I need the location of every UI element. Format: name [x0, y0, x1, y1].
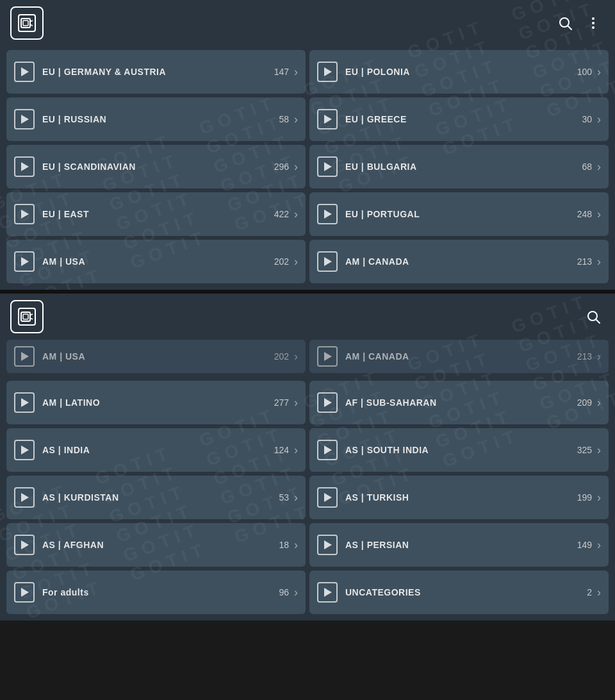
channel-name: EU | BULGARIA — [345, 162, 582, 172]
chevron-icon: › — [294, 160, 298, 174]
channel-item[interactable]: AS | TURKISH 199 › — [309, 476, 609, 519]
channel-name: AS | SOUTH INDIA — [345, 445, 577, 455]
channel-item[interactable]: AS | PERSIAN 149 › — [309, 523, 609, 567]
svg-rect-1 — [23, 21, 28, 26]
play-icon — [317, 582, 338, 603]
channel-item[interactable]: EU | EAST 422 › — [6, 192, 306, 236]
svg-rect-0 — [21, 19, 30, 28]
channel-item[interactable]: AF | SUB-SAHARAN 209 › — [309, 381, 609, 424]
play-icon — [317, 156, 338, 177]
channel-count: 124 — [274, 445, 289, 455]
search-button-2[interactable] — [582, 305, 605, 328]
chevron-icon: › — [597, 208, 601, 221]
play-icon — [317, 535, 338, 555]
channel-name: UNCATEGORIES — [345, 587, 587, 597]
logo-box — [10, 6, 44, 40]
chevron-icon: › — [294, 255, 298, 269]
logo-icon — [18, 14, 36, 32]
channel-name: EU | RUSSIAN — [42, 114, 279, 124]
channel-item[interactable]: EU | BULGARIA 68 › — [309, 145, 609, 188]
screen-2: AM | USA 202 › AM | CANADA 213 › AM | LA… — [0, 294, 615, 621]
channel-item[interactable]: EU | GREECE 30 › — [309, 97, 609, 141]
channel-name: AM | USA — [42, 256, 274, 267]
chevron-icon: › — [294, 586, 298, 599]
channel-name: AM | CANADA — [345, 351, 577, 362]
play-triangle — [324, 115, 332, 124]
play-triangle — [324, 352, 332, 361]
channel-name: AM | LATINO — [42, 397, 274, 408]
chevron-icon: › — [597, 444, 601, 457]
channel-count: 209 — [577, 397, 592, 408]
play-icon — [317, 109, 338, 129]
chevron-icon: › — [294, 444, 298, 457]
search-button-1[interactable] — [554, 12, 577, 35]
play-triangle — [21, 446, 29, 454]
channel-item[interactable]: AS | KURDISTAN 53 › — [6, 476, 306, 519]
play-icon — [14, 251, 35, 272]
play-triangle — [21, 588, 29, 597]
play-triangle — [324, 588, 332, 597]
channel-name: AF | SUB-SAHARAN — [345, 397, 577, 408]
chevron-icon: › — [597, 586, 601, 599]
play-icon — [14, 487, 35, 508]
channel-count: 213 — [577, 256, 592, 267]
play-triangle — [324, 210, 332, 219]
channel-name: AM | CANADA — [345, 256, 577, 267]
play-triangle — [21, 540, 29, 549]
channel-item[interactable]: EU | PORTUGAL 248 › — [309, 192, 609, 236]
play-icon — [317, 346, 338, 367]
play-triangle — [324, 446, 332, 454]
screen-1: EU | GERMANY & AUSTRIA 147 › EU | POLONI… — [0, 0, 615, 290]
channel-item[interactable]: UNCATEGORIES 2 › — [309, 571, 609, 614]
channel-name: AS | TURKISH — [345, 492, 577, 503]
channel-count: 96 — [279, 587, 289, 597]
channel-name: EU | GERMANY & AUSTRIA — [42, 67, 274, 77]
chevron-icon: › — [294, 208, 298, 221]
partial-channel-item[interactable]: AM | USA 202 › — [6, 340, 306, 373]
channel-item[interactable]: EU | SCANDINAVIAN 296 › — [6, 145, 306, 188]
channel-count: 213 — [577, 351, 592, 362]
channel-count: 277 — [274, 397, 289, 408]
channel-count: 248 — [577, 209, 592, 219]
play-triangle — [21, 493, 29, 502]
chevron-icon: › — [294, 113, 298, 126]
play-icon — [317, 204, 338, 224]
channel-count: 147 — [274, 67, 289, 77]
chevron-icon: › — [597, 113, 601, 126]
play-icon — [317, 392, 338, 413]
chevron-icon: › — [294, 538, 298, 552]
play-icon — [14, 62, 35, 82]
channel-name: AS | AFGHAN — [42, 540, 279, 550]
svg-line-5 — [568, 26, 572, 30]
more-button-1[interactable] — [582, 12, 605, 35]
channel-item[interactable]: AS | SOUTH INDIA 325 › — [309, 428, 609, 472]
channel-item[interactable]: AS | INDIA 124 › — [6, 428, 306, 472]
channel-item[interactable]: EU | RUSSIAN 58 › — [6, 97, 306, 141]
play-triangle — [324, 540, 332, 549]
channel-name: AS | PERSIAN — [345, 540, 577, 550]
partial-channel-item[interactable]: AM | CANADA 213 › — [309, 340, 609, 373]
play-icon — [14, 109, 35, 129]
chevron-icon: › — [597, 491, 601, 504]
channel-item[interactable]: AM | CANADA 213 › — [309, 240, 609, 283]
channel-item[interactable]: AS | AFGHAN 18 › — [6, 523, 306, 567]
channel-item[interactable]: EU | GERMANY & AUSTRIA 147 › — [6, 50, 306, 94]
play-triangle — [324, 257, 332, 266]
play-triangle — [324, 67, 332, 76]
channel-count: 422 — [274, 209, 289, 219]
play-icon — [14, 346, 35, 367]
chevron-icon: › — [597, 350, 601, 363]
chevron-icon: › — [597, 65, 601, 79]
channel-name: EU | GREECE — [345, 114, 582, 124]
channel-item[interactable]: AM | USA 202 › — [6, 240, 306, 283]
channel-item[interactable]: EU | POLONIA 100 › — [309, 50, 609, 94]
play-icon — [317, 62, 338, 82]
channel-name: EU | POLONIA — [345, 67, 577, 77]
channel-count: 149 — [577, 540, 592, 550]
play-triangle — [21, 257, 29, 266]
channel-item[interactable]: AM | LATINO 277 › — [6, 381, 306, 424]
channel-count: 58 — [279, 114, 289, 124]
channel-item[interactable]: For adults 96 › — [6, 571, 306, 614]
channel-count: 296 — [274, 162, 289, 172]
channel-count: 202 — [274, 256, 289, 267]
